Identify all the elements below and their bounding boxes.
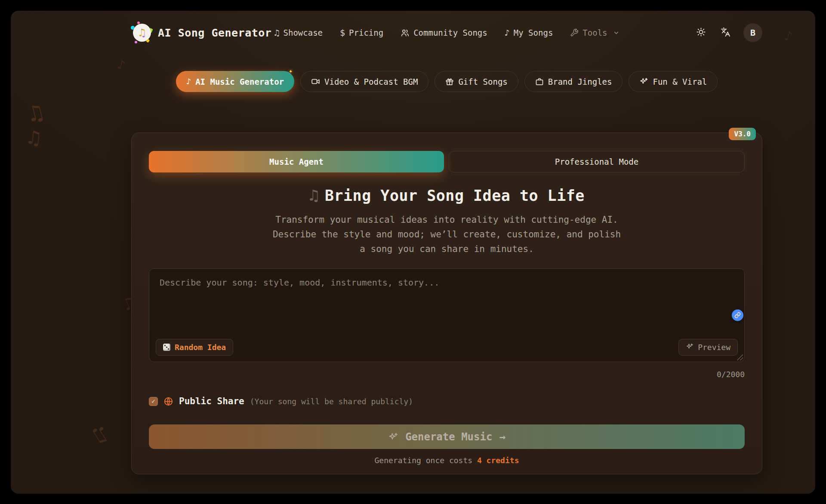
tab-gift-songs[interactable]: Gift Songs — [435, 71, 518, 92]
language-switcher-button[interactable] — [719, 25, 732, 40]
user-avatar[interactable]: B — [743, 23, 762, 42]
decorative-note: ♫ — [27, 126, 41, 150]
globe-icon — [163, 396, 173, 406]
sparkle-icon: ✦ — [289, 67, 293, 75]
nav-label: Community Songs — [413, 28, 487, 37]
public-share-label: Public Share — [179, 396, 244, 406]
version-badge: V3.0 — [729, 128, 756, 140]
category-tabs: ♪ AI Music Generator ✦ Video & Podcast B… — [131, 71, 762, 92]
tab-label: Gift Songs — [458, 77, 507, 86]
logo-notes-glyph: ♫ — [139, 27, 145, 38]
users-icon — [401, 28, 410, 37]
music-icon: ♫ — [274, 28, 279, 37]
nav-item-showcase[interactable]: ♫ Showcase — [274, 28, 323, 37]
credits-prefix: Generating once costs — [375, 456, 473, 465]
decorative-note: ♫ — [89, 421, 114, 449]
music-note-icon: ♪ — [186, 77, 191, 86]
random-idea-button[interactable]: Random Idea — [156, 339, 233, 356]
generate-music-button[interactable]: Generate Music → — [149, 424, 745, 449]
theme-toggle-button[interactable] — [694, 25, 708, 40]
dollar-icon: $ — [340, 28, 345, 37]
tab-label: Brand Jingles — [548, 77, 612, 86]
decorative-note: ♫ — [26, 99, 45, 127]
arrow-right-icon: → — [499, 431, 505, 443]
nav-item-tools[interactable]: Tools — [570, 28, 619, 37]
nav-label: Pricing — [349, 28, 383, 37]
nav-item-my-songs[interactable]: ♪ My Songs — [505, 28, 553, 37]
video-icon — [311, 77, 320, 86]
tab-label: Fun & Viral — [653, 77, 707, 86]
app-title: AI Song Generator — [158, 27, 271, 39]
char-counter: 0/2000 — [149, 370, 745, 379]
wrench-icon — [570, 28, 579, 37]
card-description: Transform your musical ideas into realit… — [273, 212, 621, 256]
mode-toggle: Music Agent Professional Mode — [149, 151, 745, 172]
sun-icon — [696, 27, 706, 38]
sparkles-icon — [388, 432, 398, 442]
logo-confetti — [135, 41, 137, 43]
header: ♫ AI Song Generator ♫ Showcase $ Pricing — [131, 20, 762, 45]
dice-icon — [163, 344, 170, 351]
nav-label: Tools — [583, 28, 607, 37]
briefcase-icon — [535, 77, 544, 86]
sparkles-icon — [639, 77, 648, 86]
public-share-row: ✓ Public Share (Your song will be shared… — [149, 396, 745, 406]
app-logo-icon: ♫ — [131, 22, 152, 43]
tab-brand-jingles[interactable]: Brand Jingles — [524, 71, 623, 92]
languages-icon — [721, 27, 730, 38]
credits-highlight: 4 credits — [477, 456, 519, 465]
header-actions: B — [694, 23, 762, 42]
tab-label: AI Music Generator — [195, 77, 284, 86]
public-share-note: (Your song will be shared publicly) — [250, 397, 413, 406]
decorative-note: ♪ — [116, 57, 126, 73]
generate-label: Generate Music — [405, 431, 492, 443]
gift-icon — [445, 77, 454, 86]
mode-professional-button[interactable]: Professional Mode — [449, 151, 745, 172]
music-notes-icon: ♫ — [309, 186, 319, 205]
chevron-down-icon — [613, 30, 620, 36]
preview-button[interactable]: Preview — [678, 339, 738, 356]
tab-ai-music-generator[interactable]: ♪ AI Music Generator ✦ — [176, 71, 294, 92]
app-page: ♫ ♫ ♪ ♫ ♫ ♪ ♫ AI Song Generator ♫ — [11, 11, 815, 494]
nav-label: Showcase — [284, 28, 323, 37]
tab-video-podcast-bgm[interactable]: Video & Podcast BGM — [300, 71, 428, 92]
preview-label: Preview — [698, 343, 730, 352]
generator-card: V3.0 Music Agent Professional Mode ♫Brin… — [131, 132, 762, 474]
tab-fun-viral[interactable]: Fun & Viral — [629, 71, 718, 92]
share-link-button[interactable] — [732, 310, 743, 321]
sparkles-icon — [686, 343, 693, 352]
music-note-icon: ♪ — [505, 28, 510, 37]
song-description-input[interactable] — [149, 268, 745, 362]
card-heading: ♫Bring Your Song Idea to Life — [149, 186, 745, 205]
credits-note: Generating once costs 4 credits — [149, 456, 745, 465]
mode-music-agent-button[interactable]: Music Agent — [149, 151, 444, 172]
tab-label: Video & Podcast BGM — [324, 77, 418, 86]
prompt-area: Random Idea Preview — [149, 268, 745, 362]
nav-item-pricing[interactable]: $ Pricing — [340, 28, 383, 37]
nav-item-community-songs[interactable]: Community Songs — [401, 28, 487, 37]
decorative-note: ♪ — [783, 27, 794, 45]
brand-home-link[interactable]: ♫ AI Song Generator — [131, 22, 271, 43]
random-idea-label: Random Idea — [175, 343, 226, 352]
heading-text: Bring Your Song Idea to Life — [325, 187, 585, 204]
main-nav: ♫ Showcase $ Pricing Community Songs ♪ M… — [274, 28, 619, 37]
link-icon — [734, 312, 741, 319]
public-share-checkbox[interactable]: ✓ — [149, 397, 158, 406]
nav-label: My Songs — [514, 28, 553, 37]
